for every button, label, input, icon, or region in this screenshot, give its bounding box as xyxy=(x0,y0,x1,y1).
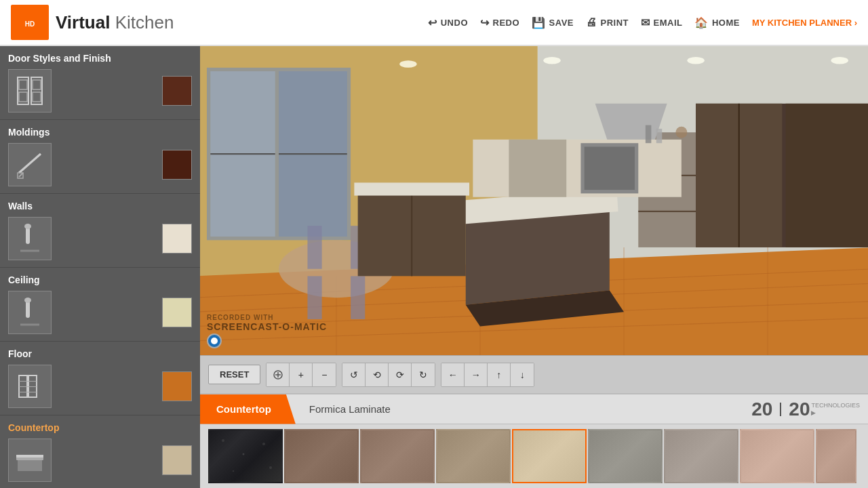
rotate-ccw-button[interactable]: ↺ xyxy=(342,363,366,386)
moldings-title: Moldings xyxy=(8,127,192,138)
countertop-swatch-4[interactable] xyxy=(436,429,511,483)
svg-rect-21 xyxy=(19,392,37,392)
nav-kitchen-planner[interactable]: MY KITCHEN PLANNER › xyxy=(752,18,857,28)
countertop-swatch-8[interactable] xyxy=(740,429,814,483)
moldings-icon[interactable] xyxy=(8,143,52,186)
floor-swatch[interactable] xyxy=(162,371,192,401)
door-styles-content xyxy=(8,69,192,113)
svg-point-82 xyxy=(269,466,272,469)
pan-down-button[interactable]: ↓ xyxy=(511,363,534,386)
sidebar: Door Styles and Finish Moldings xyxy=(0,46,200,488)
nav-redo[interactable]: ↪ REDO xyxy=(480,16,519,29)
countertop-sidebar-icon[interactable] xyxy=(8,439,52,482)
rotate-controls: ↺ ⟲ ⟳ ↻ xyxy=(342,363,435,387)
svg-rect-19 xyxy=(19,381,37,382)
svg-point-79 xyxy=(243,453,245,455)
svg-point-69 xyxy=(687,57,704,64)
moldings-swatch[interactable] xyxy=(162,150,192,180)
walls-icon[interactable] xyxy=(8,217,52,260)
svg-rect-23 xyxy=(18,460,42,471)
countertop-swatch-2[interactable] xyxy=(284,429,359,483)
countertop-sidebar-title: Countertop xyxy=(8,422,192,433)
countertop-swatch-1[interactable] xyxy=(208,429,283,483)
walls-content xyxy=(8,217,192,260)
logo-separator-icon xyxy=(774,401,787,418)
svg-rect-6 xyxy=(33,80,41,89)
walls-swatch[interactable] xyxy=(162,224,192,253)
pan-left-button[interactable]: ← xyxy=(441,363,465,386)
ceiling-swatch[interactable] xyxy=(162,298,192,327)
svg-rect-53 xyxy=(786,104,868,247)
redo-rotate-button[interactable]: ⟳ xyxy=(389,363,412,386)
svg-rect-3 xyxy=(19,80,27,89)
svg-text:HD: HD xyxy=(25,20,35,28)
pan-controls: ← → ↑ ↓ xyxy=(441,363,534,387)
undo-icon: ↩ xyxy=(428,16,437,29)
svg-rect-44 xyxy=(307,226,321,269)
sidebar-countertop[interactable]: Countertop xyxy=(0,415,200,488)
floor-icon[interactable] xyxy=(8,365,52,408)
nav-print[interactable]: 🖨 PRINT xyxy=(586,16,629,28)
nav-email[interactable]: ✉ EMAIL xyxy=(641,16,682,29)
logo-2020: 20 20 TECHNOLOGIES▶ xyxy=(751,399,860,420)
countertop-panel-header: Countertop Formica Laminate 20 20 TECHNO… xyxy=(200,394,868,424)
svg-rect-47 xyxy=(351,276,365,319)
sidebar-floor[interactable]: Floor xyxy=(0,342,200,415)
zoom-fit-button[interactable] xyxy=(267,363,290,386)
door-styles-swatch[interactable] xyxy=(162,76,192,106)
countertop-tab[interactable]: Countertop xyxy=(200,394,296,424)
svg-point-80 xyxy=(262,443,265,445)
svg-point-12 xyxy=(24,224,31,229)
countertop-material-label: Formica Laminate xyxy=(309,403,391,415)
kitchen-viewport[interactable]: RECORDED WITH SCREENCAST-O-MATIC xyxy=(200,46,868,355)
svg-rect-24 xyxy=(16,455,43,458)
zoom-in-button[interactable]: + xyxy=(290,363,313,386)
countertop-swatch-6[interactable] xyxy=(588,429,663,483)
floor-title: Floor xyxy=(8,348,192,359)
sidebar-walls[interactable]: Walls xyxy=(0,194,200,268)
countertop-swatch-5[interactable] xyxy=(512,429,587,483)
svg-point-70 xyxy=(831,57,848,64)
reset-button[interactable]: RESET xyxy=(208,365,260,384)
countertop-swatch-7[interactable] xyxy=(664,429,738,483)
logo-area: HD Virtual Kitchen xyxy=(11,5,174,40)
nav-home[interactable]: 🏠 HOME xyxy=(694,16,740,29)
svg-rect-20 xyxy=(19,386,37,387)
sidebar-moldings[interactable]: Moldings xyxy=(0,120,200,194)
rotate-cw-button[interactable]: ↻ xyxy=(412,363,435,386)
nav-save[interactable]: 💾 SAVE xyxy=(532,16,574,29)
sidebar-door-styles[interactable]: Door Styles and Finish xyxy=(0,46,200,120)
header-nav: ↩ UNDO ↪ REDO 💾 SAVE 🖨 PRINT ✉ EMAIL 🏠 H… xyxy=(428,16,857,29)
content-area: RECORDED WITH SCREENCAST-O-MATIC RESET +… xyxy=(200,46,868,488)
svg-point-15 xyxy=(24,298,31,303)
countertop-swatch-3[interactable] xyxy=(360,429,435,483)
svg-point-68 xyxy=(543,57,560,64)
main-layout: Door Styles and Finish Moldings xyxy=(0,46,868,488)
door-styles-title: Door Styles and Finish xyxy=(8,53,192,64)
countertop-swatches xyxy=(200,424,868,488)
print-icon: 🖨 xyxy=(586,16,597,28)
countertop-panel: Countertop Formica Laminate 20 20 TECHNO… xyxy=(200,393,868,488)
countertop-swatch[interactable] xyxy=(162,445,192,475)
undo-rotate-button[interactable]: ⟲ xyxy=(366,363,389,386)
countertop-swatch-9[interactable] xyxy=(816,429,856,483)
svg-rect-64 xyxy=(509,140,566,197)
nav-undo[interactable]: ↩ UNDO xyxy=(428,16,468,29)
countertop-sidebar-content xyxy=(8,439,192,482)
pan-right-button[interactable]: → xyxy=(465,363,488,386)
home-depot-logo[interactable]: HD xyxy=(11,5,49,40)
svg-rect-66 xyxy=(585,146,635,190)
sidebar-ceiling[interactable]: Ceiling xyxy=(0,268,200,342)
door-styles-icon[interactable] xyxy=(8,69,52,113)
svg-point-78 xyxy=(222,439,224,442)
bottom-toolbar: RESET + − ↺ ⟲ ⟳ ↻ ← → ↑ ↓ xyxy=(200,355,868,393)
pan-up-button[interactable]: ↑ xyxy=(488,363,511,386)
zoom-out-button[interactable]: − xyxy=(313,363,336,386)
ceiling-icon[interactable] xyxy=(8,291,52,334)
svg-rect-46 xyxy=(307,276,321,319)
ceiling-title: Ceiling xyxy=(8,274,192,285)
svg-rect-63 xyxy=(473,140,682,197)
svg-rect-7 xyxy=(33,92,41,102)
save-icon: 💾 xyxy=(532,16,546,29)
svg-point-67 xyxy=(399,60,416,68)
